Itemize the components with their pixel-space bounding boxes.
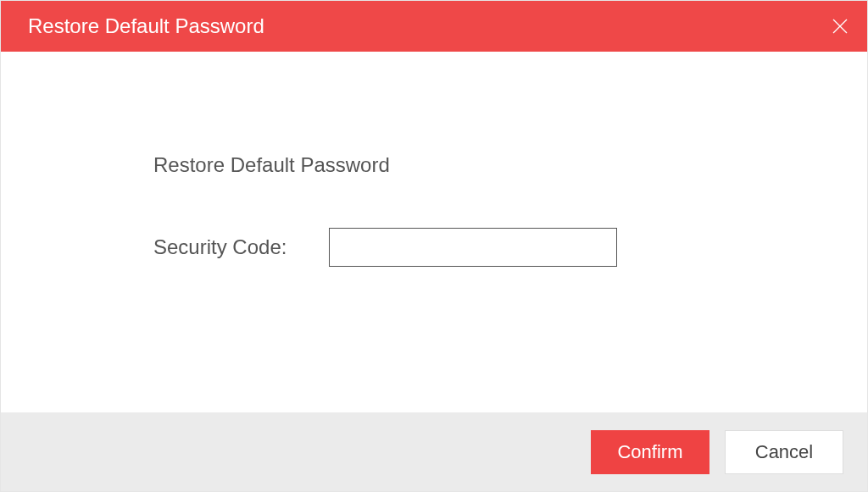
security-code-label: Security Code: [153, 235, 287, 259]
security-code-input[interactable] [329, 228, 617, 267]
dialog-body: Restore Default Password Security Code: [1, 52, 867, 412]
cancel-button[interactable]: Cancel [725, 430, 843, 474]
title-bar: Restore Default Password [1, 1, 867, 52]
dialog-title: Restore Default Password [28, 14, 264, 38]
restore-password-dialog: Restore Default Password Restore Default… [0, 0, 868, 492]
confirm-button[interactable]: Confirm [591, 430, 709, 474]
body-heading: Restore Default Password [153, 153, 867, 177]
close-icon[interactable] [832, 18, 849, 35]
security-code-row: Security Code: [153, 228, 867, 267]
dialog-footer: Confirm Cancel [1, 412, 867, 491]
